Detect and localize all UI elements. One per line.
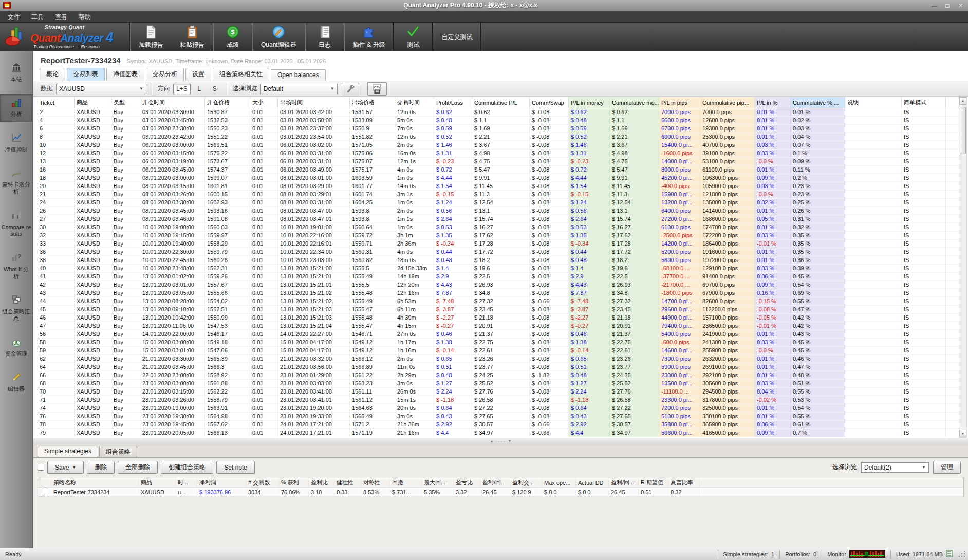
strategy-row[interactable]: ReportTester-7334234XAUUSDu...$ 193376.9… [38, 488, 963, 497]
sidebar-item-compare[interactable]: Compare results [0, 207, 32, 241]
column-header-duration[interactable]: 交易时间 [395, 97, 434, 108]
set-note-button[interactable]: Set note [216, 461, 255, 474]
table-row[interactable]: 64XAUUSDBuy21.01.2020 03:45:001566.30.01… [38, 363, 959, 371]
strategy-checkbox[interactable] [42, 489, 48, 495]
direction-toggle[interactable]: L [193, 84, 206, 94]
table-row[interactable]: 4XAUUSDBuy03.01.2020 03:45:001532.530.01… [38, 117, 959, 125]
toolbar-button[interactable]: 粘贴报告 [172, 23, 213, 51]
direction-toggle[interactable]: L+S [173, 84, 191, 94]
view-select[interactable]: Default▼ [260, 84, 338, 94]
column-header-open_price[interactable]: 开仓价格 [205, 97, 250, 108]
strategy-column-header[interactable]: 时... [176, 478, 197, 487]
column-header-mode[interactable]: 简单模式 [902, 97, 946, 108]
删除-button[interactable]: 删除 [87, 461, 115, 474]
table-row[interactable]: 12XAUUSDBuy06.01.2020 03:15:001575.220.0… [38, 150, 959, 158]
strategy-column-header[interactable]: 净利润 [197, 478, 246, 487]
table-row[interactable]: 45XAUUSDBuy13.01.2020 09:10:001552.510.0… [38, 306, 959, 314]
table-row[interactable]: 36XAUUSDBuy10.01.2020 22:30:001559.790.0… [38, 248, 959, 256]
tab-交易列表[interactable]: 交易列表 [67, 68, 105, 81]
table-row[interactable]: 59XAUUSDBuy15.01.2020 03:01:001547.660.0… [38, 347, 959, 355]
tab-净值图表[interactable]: 净值图表 [106, 68, 144, 81]
toolbar-button[interactable]: 测试 [394, 23, 432, 51]
strategy-column-header[interactable]: 回撤 [390, 478, 422, 487]
strategy-column-header[interactable]: Actual DD [576, 478, 609, 487]
resize-grip[interactable] [959, 551, 966, 558]
table-row[interactable]: 74XAUUSDBuy23.01.2020 19:00:001563.910.0… [38, 404, 959, 413]
strategy-column-header[interactable]: 健壮性 [334, 478, 361, 487]
column-header-type[interactable]: 类型 [111, 97, 140, 108]
menu-item[interactable]: 文件 [2, 11, 26, 23]
column-header-cum_pips[interactable]: Cummulative pip... [700, 97, 755, 108]
strategy-column-header[interactable]: 盈利/回... [480, 478, 510, 487]
tab-设置[interactable]: 设置 [185, 68, 211, 81]
column-header-comm[interactable]: Comm/Swap [530, 97, 569, 108]
sidebar-item-home[interactable]: 本站 [0, 59, 32, 87]
menu-item[interactable]: 查看 [49, 11, 73, 23]
strategy-column-header[interactable]: Max ope... [542, 478, 576, 487]
table-row[interactable]: 44XAUUSDBuy13.01.2020 08:28:001554.020.0… [38, 297, 959, 306]
tab-Open balances[interactable]: Open balances [271, 69, 326, 81]
splitter-grip[interactable]: ···· [496, 439, 506, 444]
bottom-tab-组合策略[interactable]: 组合策略 [99, 446, 137, 457]
column-header-close_price[interactable]: 出场价格 [350, 97, 395, 108]
column-header-pl_pips[interactable]: P/L in pips [659, 97, 700, 108]
bottom-tab-Simple strategies[interactable]: Simple strategies [38, 446, 98, 457]
settings-wrench-button[interactable] [342, 83, 359, 95]
menu-item[interactable]: 工具 [26, 11, 49, 23]
titlebar[interactable]: Quant Analyzer Pro 4.90.10 - 授权给: x - x@… [0, 0, 968, 11]
sidebar-item-money[interactable]: $资金管理 [0, 333, 32, 362]
table-row[interactable]: 26XAUUSDBuy08.01.2020 03:45:001593.160.0… [38, 207, 959, 215]
全部删除-button[interactable]: 全部删除 [118, 461, 158, 474]
table-row[interactable]: 16XAUUSDBuy06.01.2020 03:45:001574.370.0… [38, 166, 959, 174]
table-row[interactable]: 79XAUUSDBuy23.01.2020 20:05:001566.130.0… [38, 429, 959, 437]
table-row[interactable]: 62XAUUSDBuy21.01.2020 03:30:001565.390.0… [38, 355, 959, 363]
sidebar-item-pencil[interactable]: 编辑器 [0, 368, 32, 397]
column-header-pl_money[interactable]: P/L in money [569, 97, 610, 108]
sidebar-item-equity-line[interactable]: 净值控制 [0, 129, 32, 157]
strategy-column-header[interactable]: 盈利交... [510, 478, 542, 487]
table-row[interactable]: 58XAUUSDBuy15.01.2020 03:00:001549.180.0… [38, 339, 959, 347]
table-row[interactable]: 46XAUUSDBuy13.01.2020 10:42:001550.990.0… [38, 314, 959, 322]
save-button[interactable]: Save▼ [47, 461, 84, 474]
strategy-column-header[interactable]: % 获利 [279, 478, 309, 487]
menu-item[interactable]: 帮助 [73, 11, 97, 23]
column-header-size[interactable]: 大小 [250, 97, 278, 108]
direction-toggle[interactable]: S [208, 84, 221, 94]
strategy-column-header[interactable]: 盈利比 [309, 478, 334, 487]
table-row[interactable]: 2XAUUSDBuy03.01.2020 03:30:001530.870.01… [38, 108, 959, 117]
table-row[interactable]: 24XAUUSDBuy08.01.2020 03:30:001602.930.0… [38, 199, 959, 207]
strategy-column-header[interactable]: 盈亏比 [454, 478, 480, 487]
table-row[interactable]: 71XAUUSDBuy23.01.2020 03:26:001558.790.0… [38, 396, 959, 404]
tab-概论[interactable]: 概论 [40, 68, 65, 81]
vertical-scrollbar[interactable]: ▲ ▼ [959, 97, 967, 438]
table-row[interactable]: 56XAUUSDBuy14.01.2020 22:00:001546.170.0… [38, 330, 959, 339]
table-row[interactable]: 43XAUUSDBuy13.01.2020 03:05:001555.660.0… [38, 289, 959, 297]
tab-组合策略相关性[interactable]: 组合策略相关性 [213, 68, 269, 81]
strategy-column-header[interactable]: 策略名称 [51, 478, 139, 487]
table-row[interactable]: 38XAUUSDBuy10.01.2020 22:45:001560.260.0… [38, 256, 959, 265]
select-all-checkbox[interactable] [38, 464, 44, 471]
column-header-cum_pl[interactable]: Cummulative P/L [472, 97, 530, 108]
scroll-down-icon[interactable]: ▼ [959, 430, 966, 437]
table-row[interactable]: 78XAUUSDBuy23.01.2020 19:45:001567.620.0… [38, 421, 959, 429]
table-row[interactable]: 13XAUUSDBuy06.01.2020 03:19:001573.670.0… [38, 158, 959, 166]
splitter-up-icon[interactable]: ▲ [490, 439, 494, 443]
table-row[interactable]: 40XAUUSDBuy10.01.2020 23:48:001562.310.0… [38, 265, 959, 273]
column-header-pl_pct[interactable]: P/L in % [755, 97, 791, 108]
table-row[interactable]: 76XAUUSDBuy23.01.2020 19:30:001564.980.0… [38, 413, 959, 421]
sidebar-item-analysis-bars[interactable]: 分析 [0, 94, 32, 122]
sidebar-item-monte-carlo[interactable]: 蒙特卡洛分析 [0, 164, 32, 199]
column-header-note[interactable]: 说明 [845, 97, 902, 108]
strategy-column-header[interactable]: 盈利/回... [609, 478, 639, 487]
table-row[interactable]: 32XAUUSDBuy10.01.2020 19:15:001559.970.0… [38, 232, 959, 240]
scroll-up-icon[interactable]: ▲ [959, 97, 966, 105]
table-row[interactable]: 27XAUUSDBuy08.01.2020 03:46:001591.080.0… [38, 215, 959, 223]
table-row[interactable]: 33XAUUSDBuy10.01.2020 19:40:001558.290.0… [38, 240, 959, 248]
column-header-pl[interactable]: Profit/Loss [434, 97, 472, 108]
column-header-symbol[interactable]: 商品 [75, 97, 111, 108]
column-header-close_time[interactable]: 出场时间 [278, 97, 350, 108]
table-row[interactable]: 21XAUUSDBuy08.01.2020 03:26:001600.150.0… [38, 191, 959, 199]
column-header-cum_pct[interactable]: Cummulative % ... [791, 97, 845, 108]
table-row[interactable]: 8XAUUSDBuy03.01.2020 23:42:001551.220.01… [38, 133, 959, 141]
column-header-cum_money[interactable]: Cummulative mo... [610, 97, 659, 108]
